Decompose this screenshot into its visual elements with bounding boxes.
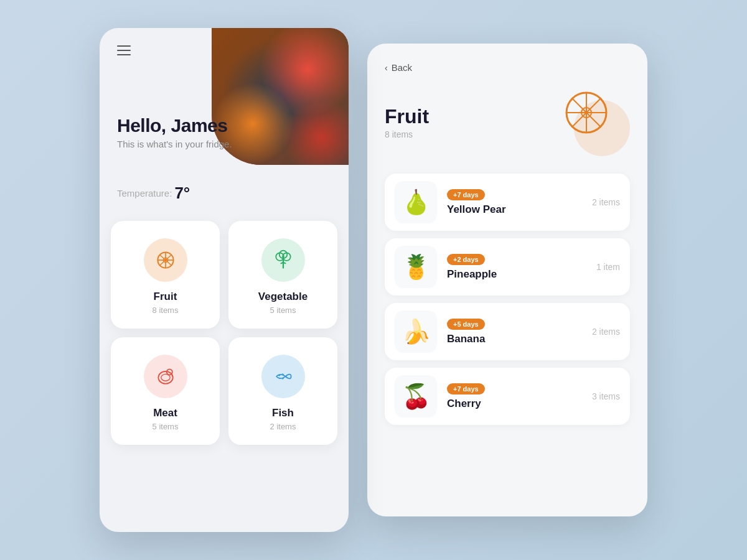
vegetable-count: 5 items [270,306,296,315]
fruit-info: +2 days Pineapple [447,253,586,281]
greeting-section: Hello, James This is what's in your frid… [117,115,232,149]
fruit-name: Yellow Pear [447,203,582,216]
fruit-count: 8 items [153,306,179,315]
left-panel: Hello, James This is what's in your frid… [100,28,349,532]
greeting-subtitle: This is what's in your fridge. [117,139,232,149]
right-header: Fruit 8 items [385,88,630,156]
fruit-item[interactable]: 🍍 +2 days Pineapple 1 item [385,238,630,296]
fish-count: 2 items [270,422,296,431]
menu-button[interactable] [117,45,131,55]
fruit-thumbnail: 🍐 [395,181,437,223]
categories-grid: Fruit 8 items Vegetable 5 items [111,221,337,445]
vegetable-label: Vegetable [258,291,308,303]
fruit-count: 1 item [596,262,620,272]
fruit-name: Banana [447,333,582,345]
fruit-thumbnail: 🍌 [395,310,437,353]
temperature-value: 7° [174,184,190,203]
category-card-fruit[interactable]: Fruit 8 items [111,221,220,329]
meat-icon [154,365,177,388]
category-title: Fruit [385,105,429,128]
category-card-meat[interactable]: Meat 5 items [111,337,220,445]
vegetable-icon [272,249,294,271]
fruit-icon [154,249,177,271]
right-header-text: Fruit 8 items [385,105,429,139]
fruit-count: 3 items [592,391,620,401]
fruit-item[interactable]: 🍒 +7 days Cherry 3 items [385,368,630,425]
meat-icon-wrap [144,355,187,398]
fish-icon-wrap [261,355,305,398]
fruit-item[interactable]: 🍌 +5 days Banana 2 items [385,303,630,360]
category-card-fish[interactable]: Fish 2 items [228,337,337,445]
fruit-thumbnail: 🍒 [395,375,437,418]
days-badge: +5 days [447,319,485,330]
fruit-info: +7 days Cherry [447,383,582,410]
fruit-info: +7 days Yellow Pear [447,189,582,216]
temperature-row: Temperature: 7° [117,184,190,203]
orange-slice-svg [561,88,618,144]
svg-point-12 [158,371,172,384]
svg-point-16 [278,375,280,376]
fruit-label: Fruit [154,291,177,303]
fish-icon [272,365,294,388]
fruit-count: 2 items [592,197,620,207]
fruit-thumbnail: 🍍 [395,246,437,288]
temperature-label: Temperature: [117,188,172,198]
days-badge: +7 days [447,189,485,200]
days-badge: +2 days [447,254,485,265]
right-panel: ‹ Back Fruit 8 items 🍐 +7 days Yellow Pe… [367,44,647,516]
fruit-list: 🍐 +7 days Yellow Pear 2 items 🍍 +2 days … [385,174,630,425]
fish-label: Fish [272,407,294,419]
orange-icon-wrap [561,88,630,156]
vegetable-icon-wrap [261,238,305,282]
fruit-info: +5 days Banana [447,318,582,345]
fruit-name: Cherry [447,398,582,410]
header-image [212,28,349,165]
meat-count: 5 items [153,422,179,431]
fruit-icon-wrap [144,238,187,282]
meat-label: Meat [153,407,177,419]
back-button[interactable]: ‹ Back [385,62,412,73]
days-badge: +7 days [447,383,485,394]
fruit-count: 2 items [592,327,620,337]
back-label: Back [392,62,412,73]
category-card-vegetable[interactable]: Vegetable 5 items [228,221,337,329]
fruit-item[interactable]: 🍐 +7 days Yellow Pear 2 items [385,174,630,231]
back-chevron-icon: ‹ [385,63,388,73]
category-count: 8 items [385,129,429,139]
greeting-title: Hello, James [117,115,232,136]
fruit-name: Pineapple [447,268,586,281]
